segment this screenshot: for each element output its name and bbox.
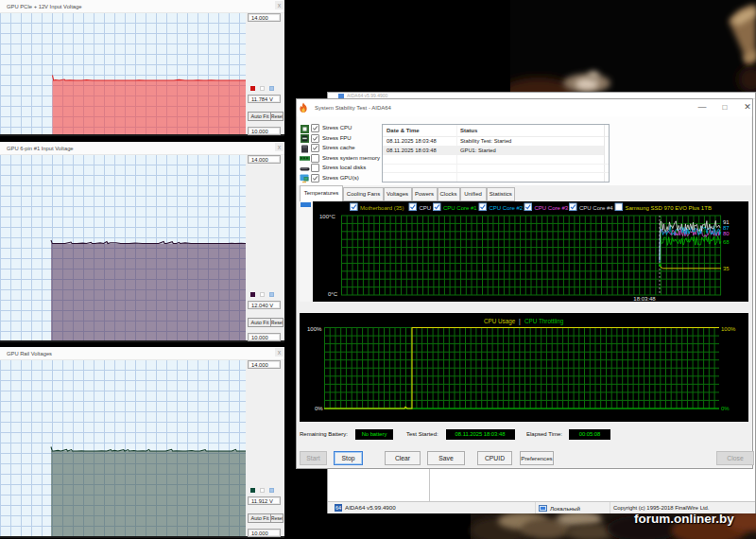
svg-text:CPU Core #1: CPU Core #1 [443,205,477,211]
svg-text:68: 68 [723,239,730,245]
svg-text:0%: 0% [721,406,730,411]
svg-text:35: 35 [723,266,730,271]
svg-text:CPU Throttling: CPU Throttling [524,318,564,325]
svg-text:100%: 100% [721,326,736,332]
svg-text:100°C: 100°C [319,214,335,219]
svg-text:CPU Core #4: CPU Core #4 [579,205,613,211]
svg-text:0%: 0% [315,406,323,411]
svg-text:CPU Core #3: CPU Core #3 [535,205,569,211]
svg-text:CPU Usage: CPU Usage [484,318,516,325]
svg-text:18:03:48: 18:03:48 [633,296,656,302]
svg-text:80: 80 [723,231,730,236]
svg-text:Samsung SSD 970 EVO Plus 1TB: Samsung SSD 970 EVO Plus 1TB [626,205,712,211]
svg-text:CPU Core #2: CPU Core #2 [490,205,524,211]
svg-text:Motherboard (35): Motherboard (35) [360,205,404,211]
svg-text:0°C: 0°C [328,291,338,297]
svg-text:100%: 100% [307,326,322,332]
svg-text:CPU: CPU [420,205,432,211]
